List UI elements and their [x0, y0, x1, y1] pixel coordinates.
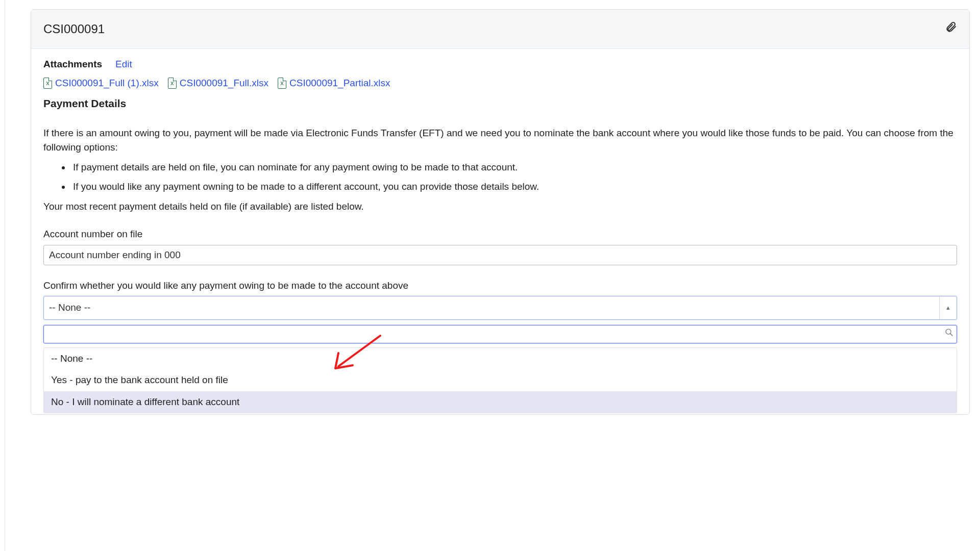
account-on-file-input[interactable]: [43, 245, 957, 265]
confirm-dropdown[interactable]: -- None -- ▲: [43, 296, 957, 320]
xls-file-icon: x: [168, 78, 177, 89]
bullet-item: If you would like any payment owning to …: [71, 180, 957, 194]
xls-file-icon: x: [43, 78, 52, 89]
bullet-item: If payment details are held on file, you…: [71, 160, 957, 175]
footnote-paragraph: Your most recent payment details held on…: [43, 199, 957, 214]
dropdown-option-no[interactable]: No - I will nominate a different bank ac…: [44, 391, 957, 413]
chevron-up-icon: ▲: [939, 296, 957, 319]
dropdown-option-none[interactable]: -- None --: [44, 348, 957, 370]
attachment-file[interactable]: x CSI000091_Partial.xlsx: [278, 76, 390, 91]
attachments-header: Attachments Edit: [43, 57, 957, 72]
edit-attachments-link[interactable]: Edit: [115, 57, 132, 72]
attachments-label: Attachments: [43, 57, 102, 72]
card-header: CSI000091: [31, 10, 969, 49]
dropdown-search-input[interactable]: [47, 327, 945, 342]
attachment-file-name: CSI000091_Full.xlsx: [180, 76, 268, 91]
attachment-file-name: CSI000091_Full (1).xlsx: [55, 76, 159, 91]
xls-file-icon: x: [278, 78, 286, 89]
record-title: CSI000091: [43, 20, 105, 38]
svg-line-1: [950, 333, 952, 335]
search-icon: [945, 328, 953, 341]
options-bullet-list: If payment details are held on file, you…: [71, 160, 957, 194]
card-body: Attachments Edit x CSI000091_Full (1).xl…: [31, 49, 969, 414]
attachment-file[interactable]: x CSI000091_Full.xlsx: [168, 76, 268, 91]
attachment-file-name: CSI000091_Partial.xlsx: [289, 76, 390, 91]
field-label-confirm: Confirm whether you would like any payme…: [43, 279, 957, 293]
record-card: CSI000091 Attachments Edit x CSI000091_F…: [31, 9, 970, 415]
confirm-dropdown-wrapper: -- None -- ▲ -- None -- Yes - pay to the…: [43, 296, 957, 413]
confirm-dropdown-selected: -- None --: [44, 296, 939, 319]
paperclip-icon[interactable]: [945, 21, 957, 38]
field-label-account-on-file: Account number on file: [43, 227, 957, 242]
dropdown-option-yes[interactable]: Yes - pay to the bank account held on fi…: [44, 369, 957, 391]
vertical-edge-divider: [0, 0, 4, 415]
intro-paragraph: If there is an amount owing to you, paym…: [43, 126, 957, 155]
section-heading: Payment Details: [43, 95, 957, 112]
attachment-file-list: x CSI000091_Full (1).xlsx x CSI000091_Fu…: [43, 76, 957, 91]
attachment-file[interactable]: x CSI000091_Full (1).xlsx: [43, 76, 159, 91]
page: CSI000091 Attachments Edit x CSI000091_F…: [0, 0, 980, 415]
dropdown-options-list: -- None -- Yes - pay to the bank account…: [43, 347, 957, 414]
dropdown-search-row: [43, 325, 957, 343]
